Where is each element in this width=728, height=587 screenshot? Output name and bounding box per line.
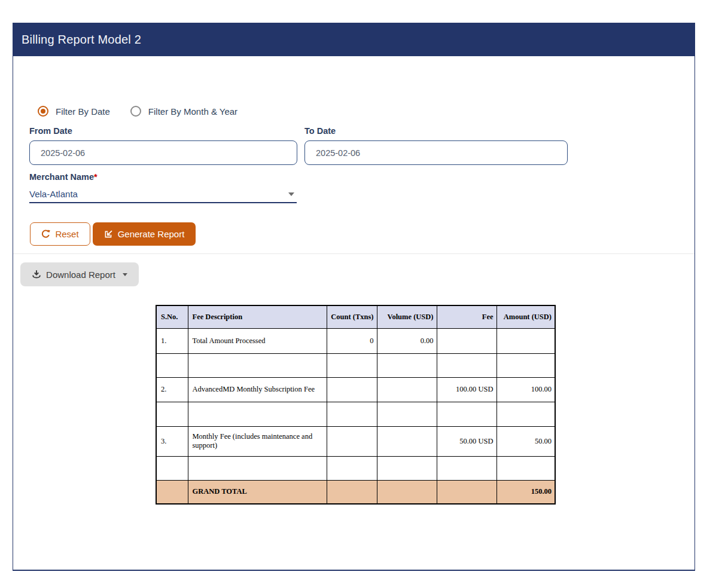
table-row-empty bbox=[156, 402, 555, 426]
col-amount-usd: Amount (USD) bbox=[496, 305, 555, 328]
card-body: Filter By Date Filter By Month & Year Fr… bbox=[13, 56, 695, 571]
from-date-label: From Date bbox=[29, 126, 72, 136]
cell-amount: 50.00 bbox=[496, 426, 555, 456]
col-fee: Fee bbox=[437, 305, 496, 328]
cell-volume bbox=[377, 377, 437, 402]
required-asterisk: * bbox=[94, 172, 98, 182]
col-fee-description: Fee Description bbox=[188, 305, 327, 328]
card-header: Billing Report Model 2 bbox=[13, 23, 695, 56]
table-row-empty bbox=[156, 353, 555, 377]
download-icon bbox=[32, 270, 41, 279]
grand-total-row: GRAND TOTAL 150.00 bbox=[156, 480, 555, 504]
cell-count bbox=[327, 426, 377, 456]
table-row: 1. Total Amount Processed 0 0.00 bbox=[156, 328, 555, 353]
table-row: 2. AdvancedMD Monthly Subscription Fee 1… bbox=[156, 377, 555, 402]
cell-sno: 2. bbox=[156, 377, 188, 402]
generate-report-button[interactable]: Generate Report bbox=[93, 222, 196, 246]
col-count-txns: Count (Txns) bbox=[327, 305, 377, 328]
billing-report-card: Billing Report Model 2 Filter By Date Fi… bbox=[13, 23, 695, 571]
radio-filter-by-month-year-label[interactable]: Filter By Month & Year bbox=[148, 106, 237, 117]
download-report-button[interactable]: Download Report bbox=[20, 262, 139, 286]
merchant-name-label: Merchant Name* bbox=[29, 172, 98, 182]
file-export-icon bbox=[104, 230, 113, 239]
cell-fee: 50.00 USD bbox=[437, 426, 496, 456]
cell-count: 0 bbox=[327, 328, 377, 353]
cell-amount bbox=[496, 328, 555, 353]
to-date-label: To Date bbox=[304, 126, 336, 136]
section-divider bbox=[13, 253, 695, 254]
reset-button[interactable]: Reset bbox=[30, 222, 90, 246]
radio-filter-by-date-label[interactable]: Filter By Date bbox=[56, 106, 110, 117]
caret-down-icon bbox=[123, 273, 127, 276]
download-report-button-label: Download Report bbox=[46, 270, 115, 280]
page-title: Billing Report Model 2 bbox=[22, 33, 141, 47]
cell-fee bbox=[437, 328, 496, 353]
merchant-select-value: Vela-Atlanta bbox=[29, 189, 78, 199]
cell-desc: AdvancedMD Monthly Subscription Fee bbox=[188, 377, 327, 402]
reset-button-label: Reset bbox=[55, 229, 78, 239]
cell-sno: 3. bbox=[156, 426, 188, 456]
cell-fee: 100.00 USD bbox=[437, 377, 496, 402]
table-row: 3. Monthly Fee (includes maintenance and… bbox=[156, 426, 555, 456]
cell-volume bbox=[377, 426, 437, 456]
table-row-empty bbox=[156, 456, 555, 480]
cell-count bbox=[327, 377, 377, 402]
refresh-icon bbox=[41, 230, 50, 239]
col-volume-usd: Volume (USD) bbox=[377, 305, 437, 328]
col-sno: S.No. bbox=[156, 305, 188, 328]
radio-selected-icon[interactable] bbox=[38, 106, 48, 117]
cell-volume: 0.00 bbox=[377, 328, 437, 353]
grand-total-amount: 150.00 bbox=[496, 480, 555, 504]
merchant-select[interactable]: Vela-Atlanta bbox=[29, 185, 297, 203]
cell-amount: 100.00 bbox=[496, 377, 555, 402]
generate-report-button-label: Generate Report bbox=[118, 229, 185, 239]
table-header-row: S.No. Fee Description Count (Txns) Volum… bbox=[156, 305, 555, 328]
grand-total-label: GRAND TOTAL bbox=[188, 480, 327, 504]
billing-report-table: S.No. Fee Description Count (Txns) Volum… bbox=[156, 305, 556, 505]
to-date-input[interactable] bbox=[304, 140, 568, 165]
chevron-down-icon bbox=[288, 192, 294, 196]
radio-unselected-icon[interactable] bbox=[130, 106, 141, 117]
radio-filter-by-date[interactable]: Filter By Date bbox=[38, 106, 110, 117]
cell-sno: 1. bbox=[156, 328, 188, 353]
radio-filter-by-month-year[interactable]: Filter By Month & Year bbox=[130, 106, 237, 117]
cell-desc: Total Amount Processed bbox=[188, 328, 327, 353]
cell-desc: Monthly Fee (includes maintenance and su… bbox=[188, 426, 327, 456]
filter-radio-group: Filter By Date Filter By Month & Year bbox=[38, 106, 237, 117]
from-date-input[interactable] bbox=[29, 140, 297, 165]
